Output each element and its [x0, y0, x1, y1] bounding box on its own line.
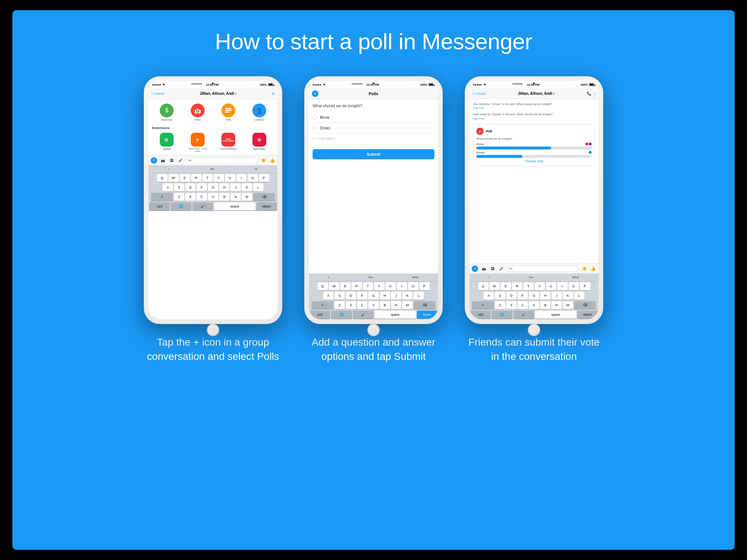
mic-btn-3[interactable]: 🎤	[498, 265, 504, 272]
polls-icon[interactable]: Polls	[217, 104, 239, 121]
nav-bar-3: ‹< Home Jillian, Allison, Andi › 📞 □	[469, 88, 599, 99]
key-o[interactable]: O	[248, 174, 258, 182]
status-bar-1: ●●●●● ⊕ 12:00 PM 100%	[148, 81, 278, 88]
result-body: You voted for "Drinks" in the poll: What…	[469, 99, 599, 263]
message-input-3[interactable]: Aa	[507, 266, 579, 272]
plans-icon[interactable]: 📅 Plans	[187, 104, 209, 121]
payments-icon[interactable]: $ Payments	[156, 104, 178, 121]
key-i[interactable]: I	[236, 174, 247, 182]
key-return-1[interactable]: return	[256, 202, 277, 210]
key-e[interactable]: E	[180, 174, 190, 182]
key-c[interactable]: C	[197, 193, 207, 201]
key-shift[interactable]: ⇧	[151, 193, 173, 201]
k2-p[interactable]: P	[419, 282, 430, 290]
home-btn-2[interactable]	[367, 324, 380, 336]
camera-btn-1[interactable]: 📷	[159, 157, 166, 164]
contacts-label: Contacts	[254, 118, 264, 121]
key-g[interactable]: G	[208, 183, 218, 191]
see-poll-link-2[interactable]: See Poll	[473, 117, 484, 120]
see-poll-link-1[interactable]: See Poll	[473, 106, 484, 110]
image-btn-1[interactable]: 🖼	[168, 157, 175, 164]
phone-1-inner: ●●●●● ⊕ 12:00 PM 100%	[148, 81, 278, 319]
key-r[interactable]: R	[191, 174, 201, 182]
key-p[interactable]: P	[259, 174, 269, 182]
k2-t[interactable]: T	[363, 282, 373, 290]
signal-1: ●●●●●	[152, 83, 161, 86]
add-icon-1[interactable]: ⊕	[272, 92, 275, 96]
message-input-1[interactable]: Aa	[186, 158, 258, 163]
change-vote-btn[interactable]: Change Vote	[476, 159, 592, 163]
battery-icon-1	[268, 83, 274, 86]
kb-bottom-1: 123 🌐 🎤 space return	[148, 202, 278, 211]
key-123-1[interactable]: 123	[149, 202, 170, 210]
key-l[interactable]: L	[253, 183, 263, 191]
key-q[interactable]: Q	[157, 174, 167, 182]
key-f[interactable]: F	[197, 183, 207, 191]
keyboard-2: I Yes What Q W E R T Y U I	[309, 273, 438, 319]
add-option-row[interactable]: + | Add Option	[313, 133, 434, 143]
key-z[interactable]: Z	[174, 193, 184, 201]
key-t[interactable]: T	[202, 174, 213, 182]
key-u[interactable]: U	[225, 174, 235, 182]
k2-i[interactable]: I	[397, 282, 407, 290]
key-del[interactable]: ⌫	[253, 193, 275, 201]
poll-option-movie[interactable]: Movie	[313, 112, 434, 123]
submit-poll-btn[interactable]: Submit	[313, 149, 434, 159]
plus-btn-1[interactable]: +	[151, 157, 157, 164]
key-y[interactable]: Y	[214, 174, 224, 182]
key-mic-1[interactable]: 🎤	[193, 202, 213, 210]
back-btn-3[interactable]: ‹< Home	[472, 92, 485, 96]
contacts-icon[interactable]: 👤 Contacts	[248, 104, 270, 121]
drinks-label: Drinks	[476, 151, 485, 154]
key-space-1[interactable]: space	[214, 202, 255, 210]
key-d[interactable]: D	[185, 183, 196, 191]
k2-q[interactable]: Q	[318, 282, 328, 290]
add-placeholder: | Add Option	[317, 137, 335, 140]
phones-row: ●●●●● ⊕ 12:00 PM 100%	[144, 76, 603, 535]
like-btn-3[interactable]: 👍	[590, 265, 596, 272]
plus-btn-3[interactable]: +	[472, 265, 478, 272]
key-globe-1[interactable]: 🌐	[171, 202, 191, 210]
video-icon-3[interactable]: □	[593, 92, 596, 96]
k2-o[interactable]: O	[408, 282, 418, 290]
back-btn-1[interactable]: ‹< Home	[151, 92, 165, 96]
mic-btn-1[interactable]: 🎤	[177, 157, 183, 164]
polls-question: What should we do tonight?	[313, 104, 434, 108]
key-x[interactable]: X	[185, 193, 196, 201]
key-v[interactable]: V	[208, 193, 218, 201]
key-w[interactable]: W	[169, 174, 179, 182]
opentable-ext[interactable]: ⊕ OpenTable	[248, 133, 270, 152]
like-btn-1[interactable]: 👍	[269, 157, 275, 164]
key-m[interactable]: M	[242, 193, 252, 201]
key-b[interactable]: B	[219, 193, 229, 201]
key-j[interactable]: J	[231, 183, 241, 191]
k2-y[interactable]: Y	[374, 282, 384, 290]
k2-w[interactable]: W	[329, 282, 339, 290]
return-btn-3[interactable]: return	[577, 311, 598, 319]
key-n[interactable]: N	[231, 193, 241, 201]
home-btn-3[interactable]	[528, 324, 540, 336]
image-btn-3[interactable]: 🖼	[489, 265, 496, 272]
k2-u[interactable]: U	[386, 282, 396, 290]
spotify-ext[interactable]: Spotify	[156, 133, 178, 152]
key-h[interactable]: H	[219, 183, 229, 191]
poll-option-drinks[interactable]: Drinks	[313, 123, 434, 133]
emoji-btn-3[interactable]: 🙂	[581, 265, 588, 272]
snaptravel-ext[interactable]: ✈ SnapTravel – Hotel Deals	[187, 133, 209, 152]
food-network-ext[interactable]: food Food Network Food Network	[217, 133, 239, 152]
status-bar-2: ●●●●●⊕ 12:00 PM 100%	[309, 81, 438, 88]
polls-close-btn[interactable]: ✕	[312, 90, 318, 97]
k2-e[interactable]: E	[340, 282, 351, 290]
phone-icon-3[interactable]: 📞	[587, 92, 591, 96]
key-a[interactable]: A	[163, 183, 173, 191]
key-s[interactable]: S	[174, 183, 184, 191]
nav-icons-1: ⊕	[272, 92, 275, 96]
extensions-label: Extensions	[148, 124, 278, 131]
camera-btn-3[interactable]: 📷	[480, 265, 487, 272]
k2-r[interactable]: R	[352, 282, 362, 290]
emoji-btn-1[interactable]: 🙂	[260, 157, 267, 164]
done-btn[interactable]: Done	[417, 311, 437, 319]
key-k[interactable]: K	[242, 183, 252, 191]
home-btn-1[interactable]	[207, 324, 219, 336]
battery-fill-1	[269, 84, 273, 85]
